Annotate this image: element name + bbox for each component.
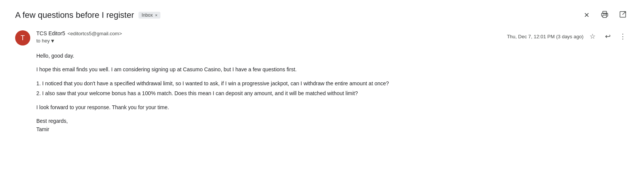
sender-name: TCS Editor5	[36, 30, 65, 36]
subject-area: A few questions before I register Inbox …	[15, 10, 160, 20]
more-icon: ⋮	[619, 32, 626, 41]
svg-rect-1	[603, 15, 607, 17]
to-line: to hey ▾	[36, 37, 122, 44]
question-2: 2. I also saw that your welcome bonus ha…	[36, 89, 629, 97]
inbox-badge: Inbox ×	[138, 12, 160, 19]
email-subject: A few questions before I register	[15, 10, 134, 20]
sender-email: <editortcs5@gmail.com>	[67, 31, 122, 36]
question-1: 1. I noticed that you don't have a speci…	[36, 79, 629, 88]
star-icon: ☆	[590, 32, 596, 41]
sign-line-1: Best regards,	[36, 117, 629, 125]
badge-label: Inbox	[142, 13, 152, 18]
intro: I hope this email finds you well. I am c…	[36, 65, 629, 74]
sender-name-line: TCS Editor5 <editortcs5@gmail.com>	[36, 30, 122, 36]
sender-right: Thu, Dec 7, 12:01 PM (3 days ago) ☆ ↩ ⋮	[507, 30, 629, 42]
more-button[interactable]: ⋮	[617, 30, 629, 42]
svg-point-2	[606, 14, 607, 14]
sign-line-2: Tamir	[36, 125, 629, 133]
greeting: Hello, good day.	[36, 52, 629, 60]
closing: I look forward to your response. Thank y…	[36, 103, 629, 111]
print-icon	[601, 11, 608, 20]
popout-icon	[619, 11, 627, 20]
print-button[interactable]	[599, 9, 611, 21]
close-icon: ✕	[584, 11, 590, 19]
header-actions: ✕	[580, 9, 629, 21]
reply-button[interactable]: ↩	[602, 30, 614, 42]
avatar: T	[15, 30, 30, 45]
timestamp: Thu, Dec 7, 12:01 PM (3 days ago)	[507, 34, 583, 39]
star-button[interactable]: ☆	[586, 30, 599, 42]
badge-close-button[interactable]: ×	[155, 13, 157, 17]
email-content: Hello, good day. I hope this email finds…	[36, 52, 629, 134]
signature: Best regards, Tamir	[36, 117, 629, 134]
sender-left: T TCS Editor5 <editortcs5@gmail.com> to …	[15, 30, 122, 45]
reply-icon: ↩	[605, 32, 611, 41]
email-header: A few questions before I register Inbox …	[15, 9, 629, 21]
email-body-area: T TCS Editor5 <editortcs5@gmail.com> to …	[15, 30, 629, 134]
sender-info: TCS Editor5 <editortcs5@gmail.com> to he…	[36, 30, 122, 44]
popout-button[interactable]	[617, 9, 629, 21]
sender-row: T TCS Editor5 <editortcs5@gmail.com> to …	[15, 30, 629, 45]
to-label: to hey	[36, 38, 50, 44]
close-button[interactable]: ✕	[580, 9, 593, 21]
chevron-down-icon[interactable]: ▾	[51, 37, 54, 44]
svg-line-4	[622, 11, 625, 14]
